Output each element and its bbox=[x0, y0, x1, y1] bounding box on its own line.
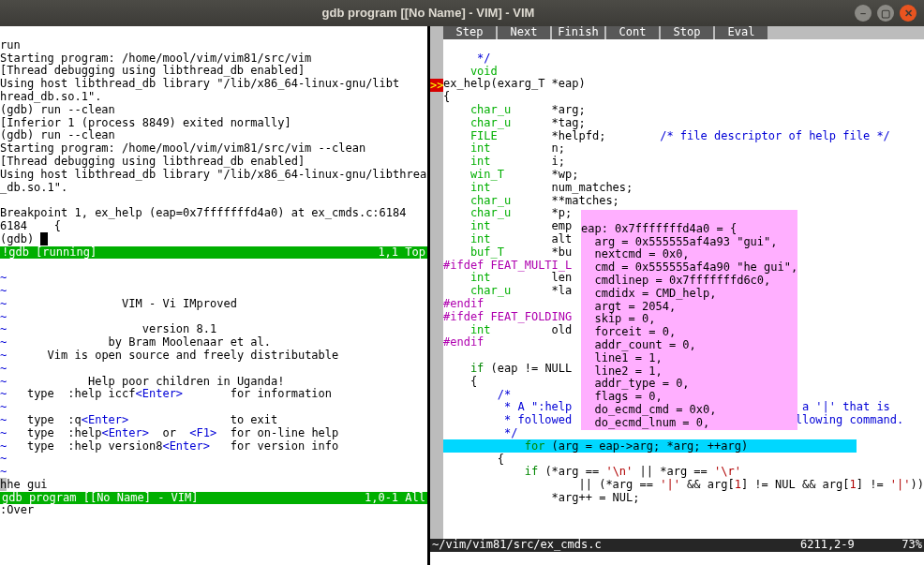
sign-column bbox=[430, 39, 443, 552]
vim-cmdline[interactable]: :Over bbox=[0, 504, 427, 517]
window-title: gdb program [[No Name] - VIM] - VIM bbox=[7, 7, 849, 21]
status-pct: Top bbox=[405, 245, 425, 259]
next-button[interactable]: Next bbox=[498, 26, 550, 39]
status-pct: 73% bbox=[875, 539, 922, 552]
minimize-icon[interactable]: – bbox=[855, 5, 872, 22]
status-pct: All bbox=[405, 491, 425, 504]
gdb-line: [Thread debugging using libthread_db ena… bbox=[0, 64, 305, 77]
popup-line: cmdlinep = 0x7fffffffd6c0, bbox=[581, 274, 770, 287]
gdb-line: (gdb) run --clean bbox=[0, 128, 115, 141]
gdb-line: Starting program: /home/mool/vim/vim81/s… bbox=[0, 141, 365, 155]
gdb-line: (gdb) run --clean bbox=[0, 103, 115, 116]
popup-line: do_ecmd_lnum = 0, bbox=[581, 416, 709, 429]
eval-button[interactable]: Eval bbox=[715, 26, 768, 39]
debug-toolbar: Step Next Finish Cont Stop Eval bbox=[430, 26, 924, 39]
close-icon[interactable]: ✕ bbox=[900, 5, 917, 22]
tilde-line: ~ bbox=[0, 271, 7, 284]
source-statusline: ~/vim/vim81/src/ex_cmds.c 6211,2-9 73% bbox=[430, 539, 924, 552]
status-pos: 1,1 bbox=[378, 245, 398, 259]
popup-line: cmd = 0x555555af4a90 "he gui", bbox=[581, 260, 797, 274]
gdb-cursor bbox=[40, 232, 47, 245]
popup-line: nextcmd = 0x0, bbox=[581, 247, 690, 260]
splash-author: by Bram Moolenaar et al. bbox=[109, 335, 271, 349]
popup-line: skip = 0, bbox=[581, 312, 655, 325]
popup-line: argt = 2054, bbox=[581, 300, 676, 313]
splash-version: version 8.1 bbox=[142, 322, 216, 335]
gdb-line: Starting program: /home/mool/vim/vim81/s… bbox=[0, 52, 311, 65]
gdb-line: [Inferior 1 (process 8849) exited normal… bbox=[0, 116, 291, 129]
stop-button[interactable]: Stop bbox=[661, 26, 713, 39]
gdb-line: 6184 { bbox=[0, 219, 61, 232]
gdb-statusline: !gdb [running] 1,1 Top bbox=[0, 246, 427, 260]
workspace: run Starting program: /home/mool/vim/vim… bbox=[0, 26, 924, 565]
popup-line: line1 = 1, bbox=[581, 351, 663, 364]
gdb-terminal-pane[interactable]: run Starting program: /home/mool/vim/vim… bbox=[0, 26, 427, 246]
popup-line: flags = 0, bbox=[581, 390, 663, 403]
status-name: !gdb [running] bbox=[2, 246, 97, 260]
popup-line: addr_count = 0, bbox=[581, 338, 696, 351]
window-titlebar: gdb program [[No Name] - VIM] - VIM – ▢ … bbox=[0, 0, 924, 26]
status-name: ~/vim/vim81/src/ex_cmds.c bbox=[432, 539, 800, 552]
right-column: Step Next Finish Cont Stop Eval >> */ vo… bbox=[430, 26, 924, 565]
maximize-icon[interactable]: ▢ bbox=[877, 5, 894, 22]
gdb-line: Using host libthread_db library "/lib/x8… bbox=[0, 168, 433, 181]
popup-line: do_ecmd_cmd = 0x0, bbox=[581, 403, 717, 416]
finish-button[interactable]: Finish bbox=[552, 26, 604, 39]
status-name: gdb program [[No Name] - VIM] bbox=[2, 492, 199, 505]
popup-line: arg = 0x555555af4a93 "gui", bbox=[581, 235, 778, 248]
popup-line: addr_type = 0, bbox=[581, 377, 690, 390]
eval-popup: eap: 0x7fffffffd4a0 = { arg = 0x555555af… bbox=[581, 210, 797, 430]
vim-splash-pane[interactable]: ~ ~ ~ VIM - Vi IMproved ~ ~ version 8.1 … bbox=[0, 259, 427, 491]
gdb-line: Breakpoint 1, ex_help (eap=0x7fffffffd4a… bbox=[0, 206, 406, 219]
step-button[interactable]: Step bbox=[443, 26, 496, 39]
splash-charity: Help poor children in Uganda! bbox=[88, 375, 285, 388]
source-cmdline[interactable] bbox=[430, 552, 924, 565]
status-pos: 6211,2-9 bbox=[800, 539, 875, 552]
popup-line: eap: 0x7fffffffd4a0 = { bbox=[581, 222, 737, 235]
splash-oss: Vim is open source and freely distributa… bbox=[48, 349, 339, 362]
gdb-line: [Thread debugging using libthread_db ena… bbox=[0, 155, 305, 168]
cont-button[interactable]: Cont bbox=[606, 26, 659, 39]
gdb-line: _db.so.1". bbox=[0, 181, 67, 194]
gdb-line: run bbox=[0, 38, 21, 52]
popup-line: forceit = 0, bbox=[581, 325, 676, 338]
vim-input-line[interactable]: he gui bbox=[7, 478, 47, 491]
gdb-line: Using host libthread_db library "/lib/x8… bbox=[0, 77, 399, 90]
left-column: run Starting program: /home/mool/vim/vim… bbox=[0, 26, 427, 565]
popup-line: line2 = 1, bbox=[581, 364, 663, 378]
current-line-highlight: for (arg = eap->arg; *arg; ++arg) bbox=[443, 439, 857, 453]
gdb-prompt[interactable]: (gdb) bbox=[0, 232, 40, 245]
gdb-line: hread_db.so.1". bbox=[0, 90, 101, 103]
status-pos: 1,0-1 bbox=[365, 491, 398, 504]
popup-line: cmdidx = CMD_help, bbox=[581, 287, 717, 300]
breakpoint-marker[interactable]: >> bbox=[430, 79, 443, 92]
vim-statusline: gdb program [[No Name] - VIM] 1,0-1 All bbox=[0, 492, 427, 505]
splash-title: VIM - Vi IMproved bbox=[122, 297, 237, 310]
